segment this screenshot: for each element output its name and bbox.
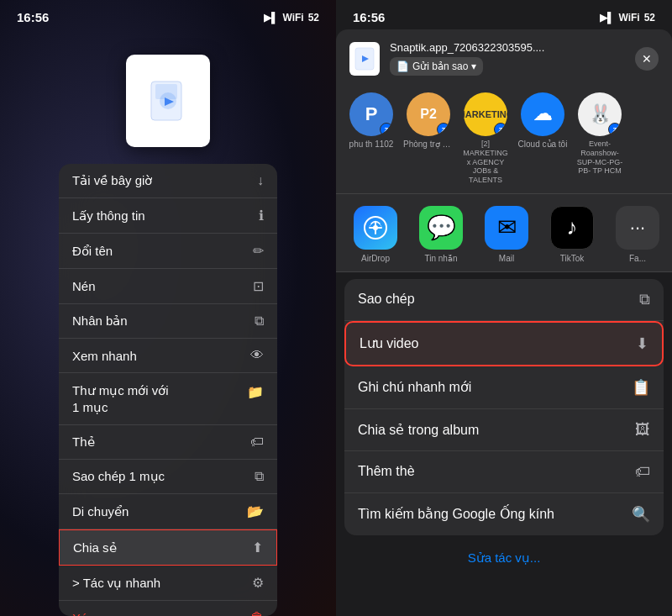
tiktok-label: TikTok xyxy=(560,254,585,263)
menu-item-quickaction[interactable]: > Tác vụ nhanh ⚙ xyxy=(59,566,277,601)
action-saochep[interactable]: Sao chép ⧉ xyxy=(344,279,664,321)
context-menu: Tải về bây giờ ↓ Lấy thông tin ℹ Đổi tên… xyxy=(59,164,277,616)
trash-icon: 🗑 xyxy=(250,610,264,616)
more-label: Fa... xyxy=(629,254,646,263)
tag-action-icon: 🏷 xyxy=(635,463,650,481)
menu-item-download[interactable]: Tải về bây giờ ↓ xyxy=(59,164,277,198)
contacts-row: P Z phu th 1102 P2 Z Phòng trợ 1102 MARK… xyxy=(336,84,672,194)
share-file-name: Snaptik.app_7206322303595.... xyxy=(390,41,591,54)
airdrop-icon xyxy=(354,206,397,250)
menu-item-duplicate[interactable]: Nhân bản ⧉ xyxy=(59,304,277,339)
edit-icon: ✏ xyxy=(253,243,264,259)
left-status-icons: ▶▌ WiFi 52 xyxy=(264,12,319,24)
contact-event[interactable]: 🐰 Z Event-Roanshow-SUP-MC-PG-PB- TP HCM xyxy=(575,92,625,185)
contact-avatar-event: 🐰 Z xyxy=(578,92,622,136)
action-timkiem[interactable]: Tìm kiếm bằng Google Ống kính 🔍 xyxy=(344,493,664,535)
contact-marketing[interactable]: MARK ETING Z [2] MARKETING x AGENCY JOBs… xyxy=(460,92,511,185)
contact-avatar-phutro: P Z xyxy=(349,92,393,136)
contact-avatar-cloud: ☁ xyxy=(521,92,564,136)
messages-label: Tin nhắn xyxy=(425,254,458,263)
right-phone-panel: 16:56 ▶▌ WiFi 52 Snaptik.app_72063223035… xyxy=(336,0,672,616)
search-action-icon: 🔍 xyxy=(632,505,650,524)
info-icon: ℹ xyxy=(259,208,264,224)
share-file-info: Snaptik.app_7206322303595.... 📄 Gửi bản … xyxy=(390,41,625,76)
copy-action-icon: ⧉ xyxy=(639,291,650,308)
app-mail[interactable]: ✉ Mail xyxy=(474,206,539,263)
menu-item-copy1[interactable]: Sao chép 1 mục ⧉ xyxy=(59,460,277,494)
action-themthe[interactable]: Thêm thè 🏷 xyxy=(344,451,664,493)
share-file-icon xyxy=(349,42,380,76)
contact-phongtro[interactable]: P2 Z Phòng trợ 1102 xyxy=(403,92,454,185)
contact-cloud[interactable]: ☁ Cloud của tôi xyxy=(517,92,568,185)
action-luuvideo[interactable]: Lưu video ⬇ xyxy=(344,321,664,366)
action-ghichu[interactable]: Ghi chú nhanh mới 📋 xyxy=(344,366,664,409)
left-phone-panel: 16:56 ▶▌ WiFi 52 Tải về bây giờ ↓ Lấy th… xyxy=(0,0,336,616)
menu-item-delete[interactable]: Xóa 🗑 xyxy=(59,601,277,616)
zalo-badge-2: Z xyxy=(437,123,450,136)
zalo-badge-4: Z xyxy=(608,123,622,136)
share-dropdown[interactable]: 📄 Gửi bản sao ▾ xyxy=(390,57,483,76)
note-action-icon: 📋 xyxy=(632,378,650,397)
menu-item-info[interactable]: Lấy thông tin ℹ xyxy=(59,198,277,234)
menu-item-share[interactable]: Chia sẻ ⬆ xyxy=(59,529,277,566)
eye-icon: 👁 xyxy=(250,348,264,363)
chevron-down-icon: ▾ xyxy=(471,61,476,72)
folder-icon: 📁 xyxy=(247,384,264,400)
tag-icon: 🏷 xyxy=(250,434,264,450)
menu-item-newfolder[interactable]: Thư mục mới với1 mục 📁 xyxy=(59,373,277,425)
menu-item-quicklook[interactable]: Xem nhanh 👁 xyxy=(59,339,277,373)
more-icon: ··· xyxy=(616,206,659,250)
video-file-icon xyxy=(147,80,189,122)
right-status-icons: ▶▌ WiFi 52 xyxy=(600,12,655,24)
zalo-badge-3: Z xyxy=(494,123,507,136)
right-time: 16:56 xyxy=(353,10,385,24)
download-icon: ↓ xyxy=(257,173,264,188)
actions-list: Sao chép ⧉ Lưu video ⬇ Ghi chú nhanh mới… xyxy=(344,279,664,535)
move-icon: 📂 xyxy=(247,503,264,519)
mail-icon: ✉ xyxy=(485,206,528,250)
share-dropdown-label: 📄 xyxy=(396,61,409,72)
tiktok-icon: ♪ xyxy=(550,206,594,250)
close-button[interactable]: ✕ xyxy=(635,47,659,71)
app-messages[interactable]: 💬 Tin nhắn xyxy=(408,206,474,263)
album-action-icon: 🖼 xyxy=(635,421,650,439)
menu-item-move[interactable]: Di chuyển 📂 xyxy=(59,494,277,529)
app-airdrop[interactable]: AirDrop xyxy=(343,206,408,263)
edit-actions-link[interactable]: Sửa tác vụ... xyxy=(336,542,672,574)
contact-avatar-phongtro: P2 Z xyxy=(407,92,450,136)
share-header: Snaptik.app_7206322303595.... 📄 Gửi bản … xyxy=(336,29,672,84)
zalo-badge: Z xyxy=(380,123,393,136)
save-action-icon: ⬇ xyxy=(636,334,648,353)
file-icon-container xyxy=(126,55,210,147)
share-icon: ⬆ xyxy=(252,540,263,555)
mail-label: Mail xyxy=(499,254,514,263)
file-icon xyxy=(126,55,210,147)
share-dropdown-text: Gửi bản sao xyxy=(412,61,468,72)
airdrop-label: AirDrop xyxy=(361,254,390,263)
menu-item-tags[interactable]: Thẻ 🏷 xyxy=(59,425,277,460)
contact-avatar-marketing: MARK ETING Z xyxy=(464,92,507,136)
right-status-bar: 16:56 ▶▌ WiFi 52 xyxy=(336,0,672,29)
messages-icon: 💬 xyxy=(419,206,463,250)
share-file-icon-svg xyxy=(354,47,375,71)
contact-phutro[interactable]: P Z phu th 1102 xyxy=(346,92,396,185)
apps-row: AirDrop 💬 Tin nhắn ✉ Mail ♪ TikTok ··· F… xyxy=(336,194,672,272)
svg-point-7 xyxy=(373,225,378,230)
left-time: 16:56 xyxy=(17,10,49,24)
app-tiktok[interactable]: ♪ TikTok xyxy=(539,206,605,263)
copy-icon: ⧉ xyxy=(255,469,264,484)
compress-icon: ⊡ xyxy=(253,278,264,294)
duplicate-icon: ⧉ xyxy=(255,313,264,329)
left-status-bar: 16:56 ▶▌ WiFi 52 xyxy=(0,0,336,29)
app-more[interactable]: ··· Fa... xyxy=(605,206,670,263)
action-chiase-album[interactable]: Chia sẻ trong album 🖼 xyxy=(344,409,664,451)
menu-item-compress[interactable]: Nén ⊡ xyxy=(59,269,277,304)
menu-item-rename[interactable]: Đổi tên ✏ xyxy=(59,234,277,269)
action-icon: ⚙ xyxy=(252,575,264,591)
